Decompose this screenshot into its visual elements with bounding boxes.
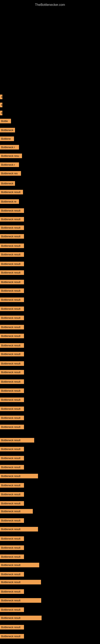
bottleneck-result-item: Bottleneck result — [0, 288, 24, 293]
bottleneck-result-item: Bottleneck result — [0, 616, 42, 620]
bottleneck-result-item: Bottleneck result — [0, 252, 24, 257]
bottleneck-result-item: Bottleneck — [0, 128, 15, 132]
bottleneck-result-item: Bottleneck result — [0, 598, 41, 603]
bottleneck-result-item: Bottleneck result — [0, 370, 24, 374]
bottleneck-result-item: Bottleneck result — [0, 607, 24, 612]
bottleneck-result-item: Bottleneck resu — [0, 154, 22, 158]
bottleneck-result-item: Bottleneck result — [0, 447, 24, 452]
bottleneck-result-item: Bottleneck result — [0, 226, 24, 230]
bottleneck-result-item: Bottleneck r — [0, 162, 19, 167]
bottleneck-result-item: Bottlene — [0, 136, 14, 141]
bottleneck-result-item: Bottleneck result — [0, 580, 41, 584]
bottleneck-result-item: Bottleneck result — [0, 270, 24, 275]
bottleneck-result-item: Bottleneck result — [0, 217, 24, 222]
bottleneck-result-item: Bottleneck result — [0, 262, 24, 266]
bottleneck-result-item: Bottleneck result — [0, 244, 24, 248]
bottleneck-result-item: Bottleneck result — [0, 509, 33, 514]
bottleneck-result-item: Bottleneck result — [0, 280, 24, 284]
bottleneck-result-item: Bottleneck result — [0, 572, 24, 576]
site-title: TheBottlenecker.com — [0, 1, 100, 9]
bottleneck-result-item: Bottleneck result — [0, 316, 24, 320]
bottleneck-result-item: Bottleneck r — [0, 145, 19, 150]
bottleneck-result-item: Bottleneck result — [0, 306, 24, 311]
bottleneck-result-item: Bottleneck result — [0, 406, 24, 411]
bottleneck-result-item: Bottleneck result — [0, 554, 24, 559]
bottleneck-result-item: Bottleneck result — [0, 208, 24, 213]
bottleneck-result-item: Bottleneck result — [0, 438, 34, 442]
bottleneck-result-item: Bottleneck result — [0, 425, 24, 429]
bottleneck-result-item: Bottleneck result — [0, 474, 38, 478]
bottleneck-result-item: Bottle — [0, 119, 11, 123]
bottleneck-result-item: Bottleneck result — [0, 334, 24, 338]
bottleneck-result-item: Bottleneck result — [0, 234, 24, 239]
bottleneck-result-item: Bottleneck result — [0, 634, 24, 638]
bottleneck-result-item: Bottleneck result — [0, 325, 24, 330]
bottleneck-result-item: Bottleneck result — [0, 483, 24, 488]
bottleneck-result-item: Bottleneck result — [0, 456, 24, 460]
bottleneck-result-item: Bottleneck result — [0, 563, 39, 567]
bottleneck-result-item: Bottleneck result — [0, 190, 23, 194]
bottleneck-result-item: Bottleneck result — [0, 492, 24, 497]
bottleneck-result-item: Bottleneck — [0, 181, 15, 186]
bottleneck-result-item: B — [0, 94, 2, 99]
bottleneck-result-item: Bottleneck result — [0, 361, 24, 366]
bottleneck-result-item: B — [0, 103, 2, 107]
bottleneck-result-item: B — [0, 111, 2, 115]
bottleneck-result-item: Bottleneck result — [0, 298, 24, 302]
bottleneck-result-item: Bottleneck result — [0, 536, 24, 541]
bottleneck-result-item: Bottleneck result — [0, 343, 24, 348]
bottleneck-result-item: Bottleneck result — [0, 501, 24, 506]
bottleneck-result-item: Bottleneck result — [0, 527, 38, 532]
bottleneck-result-item: Bottleneck result — [0, 589, 24, 594]
bottleneck-result-item: Bottleneck result — [0, 546, 24, 550]
bottleneck-result-item: Bottleneck result — [0, 398, 24, 402]
bottleneck-result-item: Bottleneck result — [0, 352, 24, 356]
bottleneck-result-item: Bottleneck re — [0, 199, 19, 204]
bottleneck-result-item: Bottleneck result — [0, 465, 24, 470]
bottleneck-result-item: Bottleneck result — [0, 388, 24, 393]
bottleneck-result-item: Bottleneck result — [0, 625, 24, 630]
bottleneck-result-item: Bottleneck res — [0, 171, 21, 176]
bottleneck-result-item: Bottleneck result — [0, 416, 24, 420]
bottleneck-result-item: Bottleneck result — [0, 518, 24, 523]
bottleneck-result-item: Bottleneck result — [0, 379, 24, 384]
